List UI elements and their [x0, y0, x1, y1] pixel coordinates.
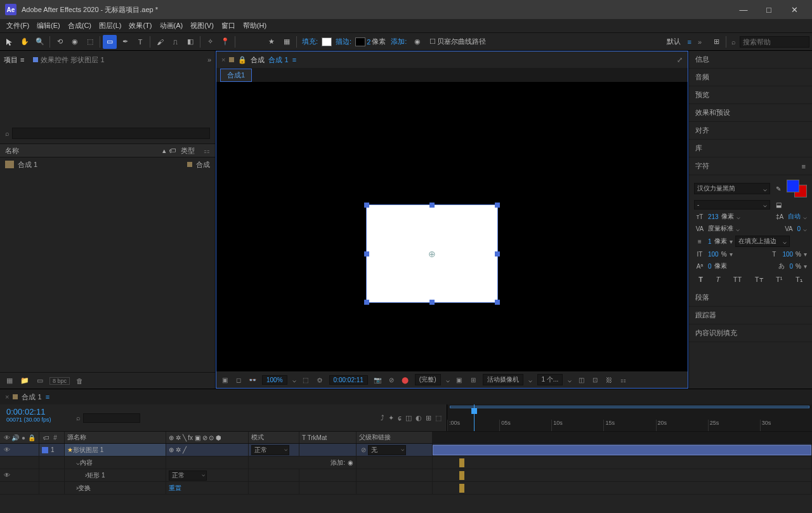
panel-library[interactable]: 库 — [689, 140, 812, 157]
delete-icon[interactable]: 🗑 — [74, 376, 85, 386]
resolution-dropdown[interactable]: (完整) — [415, 374, 441, 385]
panel-align[interactable]: 对齐 — [689, 122, 812, 140]
brainstorm-icon[interactable]: ⬚ — [435, 414, 442, 422]
snapshot-icon[interactable]: 📷 — [373, 376, 382, 383]
exposure-icon[interactable]: ⊡ — [591, 376, 599, 383]
swap-colors-icon[interactable]: ⬓ — [773, 199, 784, 210]
roto-tool[interactable]: ✧ — [203, 35, 217, 49]
marker-icon[interactable] — [459, 484, 464, 493]
comp-tab[interactable]: 合成1 — [220, 69, 252, 82]
menu-layer[interactable]: 图层(L) — [95, 21, 125, 30]
fill-swatch[interactable] — [322, 37, 332, 46]
rectangle-tool[interactable]: ▭ — [103, 35, 117, 49]
viewer[interactable]: ⊕ — [216, 82, 688, 371]
timeline-icon[interactable]: ⊞ — [469, 376, 478, 383]
contents-row[interactable]: ⌵ 内容 添加: ◉ — [0, 456, 812, 469]
panel-content-aware-fill[interactable]: 内容识别填充 — [689, 324, 812, 342]
panel-info[interactable]: 信息 — [689, 51, 812, 69]
tab-project[interactable]: 项目 ≡ — [4, 55, 24, 65]
playhead[interactable] — [474, 404, 475, 431]
font-style-dropdown[interactable]: -⌵ — [694, 200, 770, 210]
search-help-input[interactable] — [740, 36, 809, 48]
text-color-swatch[interactable] — [787, 180, 807, 197]
time-ruler[interactable]: :00s05s10s 15s20s25s 30s — [447, 404, 812, 431]
views-dropdown[interactable]: 1 个... — [537, 374, 563, 385]
small-caps[interactable]: Tᴛ — [755, 276, 763, 284]
faux-italic[interactable]: T — [716, 276, 721, 284]
grid-icon[interactable]: ▦ — [280, 35, 294, 49]
project-header[interactable]: 名称 ▴🏷 类型 ⚏ — [0, 143, 215, 157]
kerning[interactable]: 度量标准 — [708, 224, 733, 233]
toggle-alpha-icon[interactable]: ▣ — [220, 376, 229, 383]
toggle-mask-icon[interactable]: 👓 — [248, 376, 257, 383]
reset-link[interactable]: 重置 — [169, 484, 181, 493]
panel-expand[interactable]: ⤢ — [677, 56, 683, 64]
font-size[interactable]: 213 — [708, 213, 719, 220]
color-mgmt-icon[interactable]: ⬤ — [401, 376, 410, 383]
vscale[interactable]: 100 — [708, 251, 719, 258]
rotation-tool[interactable]: ◉ — [68, 35, 82, 49]
menu-help[interactable]: 帮助(H) — [239, 21, 270, 30]
shape-rectangle[interactable]: ⊕ — [366, 204, 498, 303]
rect-mode-dropdown[interactable]: 正常 — [169, 470, 207, 481]
hide-shy-icon[interactable]: ɕ — [398, 414, 402, 422]
stroke-width[interactable]: 2 — [367, 38, 370, 46]
panel-paragraph[interactable]: 段落 — [689, 289, 812, 307]
tab-effect-controls[interactable]: 效果控件 形状图层 1 — [33, 55, 104, 65]
tsume[interactable]: 0 — [790, 263, 794, 270]
adjust-icon[interactable]: ⛓ — [605, 376, 613, 383]
menu-window[interactable]: 窗口 — [218, 21, 239, 30]
bpc-button[interactable]: 8 bpc — [49, 377, 70, 385]
time-display[interactable]: 0:00:02:11 — [329, 375, 368, 385]
panel-preview[interactable]: 预览 — [689, 86, 812, 104]
menu-animation[interactable]: 动画(A) — [156, 21, 187, 30]
interpret-icon[interactable]: ▦ — [4, 376, 15, 386]
lock-icon[interactable]: 🔒 — [238, 56, 247, 64]
panel-menu[interactable]: » — [207, 56, 211, 63]
star-icon[interactable]: ★ — [265, 35, 278, 49]
minimize-button[interactable]: — — [731, 0, 756, 19]
puppet-tool[interactable]: 📍 — [218, 35, 232, 49]
eraser-tool[interactable]: ◧ — [183, 35, 197, 49]
graph-editor-icon[interactable]: ⊞ — [426, 414, 431, 422]
zoom-dropdown[interactable]: 100% — [262, 375, 287, 385]
transform-row[interactable]: › 变换 重置 — [0, 482, 812, 495]
menu-effect[interactable]: 效果(T) — [125, 21, 155, 30]
subscript[interactable]: T₁ — [796, 276, 802, 284]
new-folder-icon[interactable]: 📁 — [19, 376, 30, 386]
motion-blur-icon[interactable]: ◐ — [416, 414, 422, 422]
toggle-transparency-icon[interactable]: ◻ — [234, 376, 243, 383]
show-channel-icon[interactable]: ⊘ — [387, 376, 396, 383]
comp-mini-flowchart-icon[interactable]: ⤴ — [381, 414, 384, 422]
menu-composition[interactable]: 合成(C) — [64, 21, 95, 30]
panel-effects[interactable]: 效果和预设 — [689, 104, 812, 122]
project-search[interactable] — [12, 128, 210, 139]
parent-dropdown[interactable]: 无 — [368, 445, 406, 455]
hscale[interactable]: 100 — [782, 251, 793, 258]
brush-tool[interactable]: 🖌 — [153, 35, 167, 49]
flowchart-icon[interactable]: ⚏ — [619, 376, 627, 383]
text-tool[interactable]: T — [133, 35, 147, 49]
bezier-label[interactable]: 贝塞尔曲线路径 — [437, 37, 486, 46]
zoom-tool[interactable]: 🔍 — [33, 35, 47, 49]
add-menu[interactable]: ◉ — [410, 35, 424, 49]
font-family-dropdown[interactable]: 汉仪力量黑简⌵ — [694, 183, 770, 194]
close-button[interactable]: ✕ — [782, 0, 807, 19]
stroke-width-char[interactable]: 1 — [708, 238, 712, 245]
mode-dropdown[interactable]: 正常 — [251, 445, 289, 455]
marker-icon[interactable] — [459, 471, 464, 480]
leading[interactable]: 自动 — [788, 212, 801, 221]
menu-edit[interactable]: 编辑(E) — [33, 21, 64, 30]
panel-character[interactable]: 字符≡ — [689, 157, 812, 175]
new-comp-icon[interactable]: ▭ — [34, 376, 46, 386]
layer-row[interactable]: 👁 1 ★ 形状图层 1 ⊕ ✲ ╱ 正常 ⊘无 — [0, 444, 812, 456]
menu-view[interactable]: 视图(V) — [187, 21, 218, 30]
tracking[interactable]: 0 — [797, 225, 801, 232]
timeline-tab[interactable]: 合成 1 — [22, 392, 41, 402]
timecode[interactable]: 0:00:02:11 00071 (30.00 fps) — [0, 404, 76, 431]
roi-icon[interactable]: ⬚ — [301, 376, 310, 383]
unified-camera-tool[interactable]: ⬚ — [83, 35, 97, 49]
orbit-tool[interactable]: ⟲ — [53, 35, 67, 49]
pen-tool[interactable]: ✒ — [118, 35, 132, 49]
selection-tool[interactable] — [3, 35, 16, 49]
